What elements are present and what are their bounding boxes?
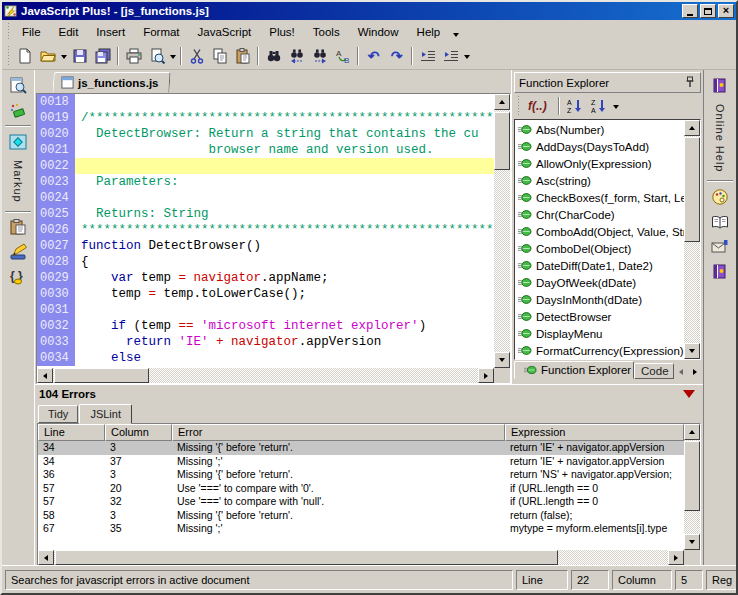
function-item-combodel[interactable]: ComboDel(Object) xyxy=(515,240,684,257)
maximize-button[interactable] xyxy=(700,4,716,18)
tabs-scroll-left-button[interactable] xyxy=(674,365,687,378)
toolbar-paste-button[interactable] xyxy=(231,45,254,67)
menu-edit[interactable]: Edit xyxy=(50,23,88,41)
scroll-up-button[interactable] xyxy=(684,424,700,440)
markup-button[interactable] xyxy=(5,129,31,154)
code-line-text[interactable]: return 'IE' + navigator.appVersion xyxy=(75,334,494,350)
sort-za-button[interactable]: ZA xyxy=(587,96,611,116)
error-row[interactable]: 343Missing '{' before 'return'.return 'I… xyxy=(38,441,684,455)
function-item-chr[interactable]: Chr(CharCode) xyxy=(515,206,684,223)
toolbar-find-next-button[interactable] xyxy=(308,45,331,67)
menu-format[interactable]: Format xyxy=(134,23,188,41)
pin-button[interactable] xyxy=(684,76,696,90)
function-item-asc[interactable]: Asc(string) xyxy=(515,172,684,189)
code-braces-button[interactable]: { } xyxy=(5,265,31,290)
function-item-dayofweek[interactable]: DayOfWeek(dDate) xyxy=(515,274,684,291)
function-item-detectbrowser[interactable]: DetectBrowser xyxy=(515,308,684,325)
fx-scroll-thumb[interactable] xyxy=(684,137,700,242)
palette-button[interactable] xyxy=(707,184,733,209)
tab-tidy[interactable]: Tidy xyxy=(38,405,78,423)
toolbar-preview-dropdown[interactable] xyxy=(168,45,177,67)
toolbar-print-button[interactable] xyxy=(122,45,145,67)
scroll-up-button[interactable] xyxy=(684,120,700,136)
code-line-text[interactable]: temp = temp.toLowerCase(); xyxy=(75,286,494,302)
function-signature-button[interactable]: f(..) xyxy=(523,96,555,116)
fx-toolbar-grip[interactable] xyxy=(517,95,520,117)
error-row[interactable]: 5720Use '===' to compare with '0'.if (UR… xyxy=(38,482,684,496)
menu-tools[interactable]: Tools xyxy=(304,23,349,41)
menu-grip[interactable] xyxy=(7,22,10,41)
code-line-text[interactable]: function DetectBrowser() xyxy=(75,238,494,254)
current-line-text[interactable] xyxy=(75,158,494,174)
function-item-allowonly[interactable]: AllowOnly(Expression) xyxy=(515,155,684,172)
fx-more-dropdown[interactable] xyxy=(611,95,620,117)
scroll-down-button[interactable] xyxy=(494,352,510,368)
fx-vertical-scrollbar[interactable] xyxy=(684,120,700,359)
toolbar-new-document-button[interactable] xyxy=(13,45,36,67)
scroll-left-button[interactable] xyxy=(37,368,53,383)
error-row[interactable]: 6735Missing ';'mytype = myform.elements[… xyxy=(38,522,684,536)
toolbar-redo-button[interactable]: ↷ xyxy=(385,45,408,67)
code-line-text[interactable]: DetectBrowser: Return a string that cont… xyxy=(75,126,494,142)
scroll-left-button[interactable] xyxy=(38,550,54,565)
minimize-button[interactable] xyxy=(682,4,698,18)
sort-az-button[interactable]: AZ xyxy=(563,96,587,116)
feedback-mail-button[interactable] xyxy=(707,234,733,259)
code-line-text[interactable]: var temp = navigator.appName; xyxy=(75,270,494,286)
reference-book-button[interactable] xyxy=(707,259,733,284)
toolbar-grip[interactable] xyxy=(7,45,10,67)
toolbar-find-button[interactable] xyxy=(262,45,285,67)
error-row[interactable]: 363Missing '{' before 'return'.return 'N… xyxy=(38,468,684,482)
toolbar-save-button[interactable] xyxy=(68,45,91,67)
menu-plus[interactable]: Plus! xyxy=(260,23,304,41)
toolbar-outdent-button[interactable] xyxy=(416,45,439,67)
code-line-text[interactable] xyxy=(75,302,494,318)
tab-code[interactable]: Code xyxy=(634,363,674,379)
toolbar-replace-button[interactable]: AB xyxy=(331,45,354,67)
error-row[interactable]: 3437Missing ';'return 'IE' + navigator.a… xyxy=(38,455,684,469)
code-line-text[interactable] xyxy=(75,94,494,110)
code-line-text[interactable]: { xyxy=(75,254,494,270)
editor-horizontal-scrollbar[interactable] xyxy=(37,368,510,383)
scroll-up-button[interactable] xyxy=(494,94,510,110)
function-item-displaymenu[interactable]: DisplayMenu xyxy=(515,325,684,342)
function-item-adddays[interactable]: AddDays(DaysToAdd) xyxy=(515,138,684,155)
collapse-panel-icon[interactable] xyxy=(683,390,695,398)
editor-vertical-scrollbar[interactable] xyxy=(494,94,510,368)
menu-window[interactable]: Window xyxy=(349,23,408,41)
menu-overflow-icon[interactable] xyxy=(453,33,459,37)
scroll-right-button[interactable] xyxy=(478,368,494,383)
tabs-scroll-right-button[interactable] xyxy=(688,365,701,378)
menu-insert[interactable]: Insert xyxy=(87,23,134,41)
code-line-text[interactable]: browser name and version used. xyxy=(75,142,494,158)
column-header-error[interactable]: Error xyxy=(172,424,505,441)
code-line-text[interactable]: /***************************************… xyxy=(75,110,494,126)
menu-help[interactable]: Help xyxy=(408,23,450,41)
clipboard-button[interactable] xyxy=(5,215,31,240)
code-line-text[interactable]: Returns: String xyxy=(75,206,494,222)
error-row[interactable]: 5732Use '===' to compare with 'null'.if … xyxy=(38,495,684,509)
toolbar-cut-button[interactable] xyxy=(185,45,208,67)
toolbar-undo-button[interactable]: ↶ xyxy=(362,45,385,67)
toolbar-indent-button[interactable] xyxy=(439,45,462,67)
function-item-daysinmonth[interactable]: DaysInMonth(dDate) xyxy=(515,291,684,308)
menu-javascript[interactable]: JavaScript xyxy=(189,23,261,41)
document-tab[interactable]: js_functions.js xyxy=(52,72,170,93)
code-line-text[interactable]: ****************************************… xyxy=(75,222,494,238)
toolbar-copy-button[interactable] xyxy=(208,45,231,67)
toolbar-save-all-button[interactable] xyxy=(91,45,114,67)
errors-scroll-thumb[interactable] xyxy=(684,441,700,511)
code-line-text[interactable]: if (temp == 'microsoft internet explorer… xyxy=(75,318,494,334)
dictionary-button[interactable] xyxy=(707,209,733,234)
code-editor[interactable]: 00180019/*******************************… xyxy=(37,94,494,368)
toolbar-more-dropdown[interactable] xyxy=(462,45,471,67)
scroll-right-button[interactable] xyxy=(668,550,684,565)
tab-jslint[interactable]: JSLint xyxy=(79,404,132,424)
preview-document-button[interactable] xyxy=(5,73,31,98)
function-item-formatcurrency[interactable]: FormatCurrency(Expression) xyxy=(515,342,684,359)
code-line-text[interactable]: else xyxy=(75,350,494,366)
error-row[interactable]: 583Missing '{' before 'return'.return (f… xyxy=(38,509,684,523)
vertical-scroll-thumb[interactable] xyxy=(494,112,510,170)
menu-file[interactable]: File xyxy=(13,23,50,41)
close-button[interactable]: × xyxy=(718,4,734,18)
